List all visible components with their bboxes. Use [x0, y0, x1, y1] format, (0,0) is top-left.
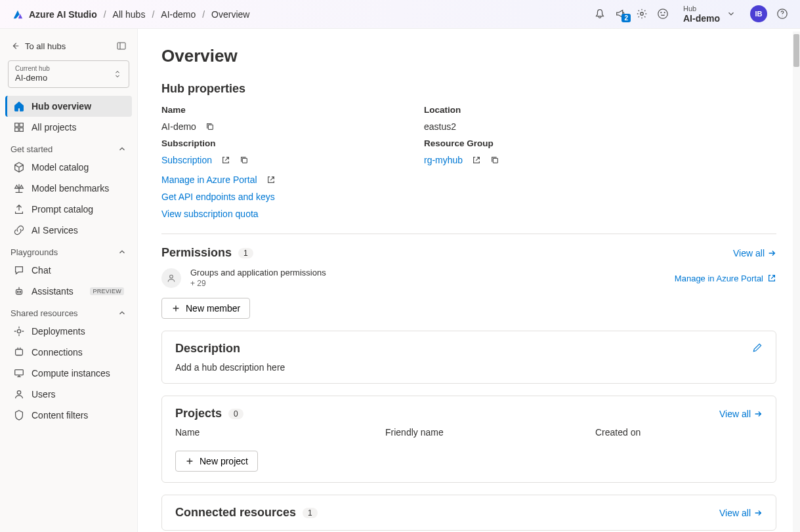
permission-group-title: Groups and application permissions	[190, 268, 326, 279]
svg-rect-18	[242, 158, 247, 163]
new-project-button[interactable]: New project	[175, 451, 258, 472]
hub-selector[interactable]: Current hub AI-demo	[8, 60, 129, 88]
sidebar-item-compute[interactable]: Compute instances	[5, 363, 132, 384]
connected-count: 1	[303, 508, 318, 518]
sidebar-item-content-filters[interactable]: Content filters	[5, 405, 132, 426]
svg-rect-15	[15, 369, 24, 375]
col-name: Name	[175, 427, 359, 438]
sidebar-item-users[interactable]: Users	[5, 384, 132, 405]
connected-view-all[interactable]: View all	[719, 508, 763, 518]
svg-rect-14	[16, 349, 23, 355]
settings-icon[interactable]	[636, 8, 648, 20]
projects-view-all[interactable]: View all	[719, 409, 763, 419]
back-to-hubs[interactable]: To all hubs	[5, 37, 132, 55]
svg-point-3	[664, 12, 665, 13]
projects-card: Projects 0 View all Name Friendly name C…	[161, 396, 776, 483]
edit-icon[interactable]	[752, 342, 763, 355]
home-icon	[13, 100, 25, 112]
plus-icon	[171, 304, 180, 313]
robot-icon	[13, 285, 25, 297]
sidebar-item-hub-overview[interactable]: Hub overview	[5, 96, 132, 117]
sidebar-item-assistants[interactable]: AssistantsPREVIEW	[5, 281, 132, 302]
sidebar-item-all-projects[interactable]: All projects	[5, 117, 132, 138]
manage-portal-link[interactable]: Manage in Azure Portal	[161, 174, 257, 185]
arrow-right-icon	[753, 409, 763, 419]
sidebar-item-model-catalog[interactable]: Model catalog	[5, 157, 132, 178]
feedback-icon[interactable]	[657, 8, 669, 20]
sidebar-item-model-benchmarks[interactable]: Model benchmarks	[5, 178, 132, 199]
svg-rect-6	[15, 123, 18, 126]
subscription-label: Subscription	[161, 138, 358, 148]
help-icon[interactable]	[776, 8, 788, 20]
external-link-icon[interactable]	[221, 155, 230, 165]
api-endpoints-link[interactable]: Get API endpoints and keys	[161, 192, 275, 202]
svg-rect-7	[20, 123, 23, 126]
sidebar-group-get-started[interactable]: Get started	[5, 138, 132, 157]
sidebar-item-deployments[interactable]: Deployments	[5, 321, 132, 342]
location-value: eastus2	[424, 121, 456, 132]
sidebar-item-prompt-catalog[interactable]: Prompt catalog	[5, 199, 132, 220]
copy-icon[interactable]	[205, 122, 215, 131]
svg-point-12	[20, 291, 21, 293]
svg-point-16	[17, 390, 20, 394]
cube-icon	[13, 161, 25, 173]
breadcrumb-page[interactable]: Overview	[211, 9, 249, 20]
top-bar: Azure AI Studio / All hubs / AI-demo / O…	[0, 0, 800, 29]
external-link-icon[interactable]	[266, 175, 276, 184]
projects-count: 0	[228, 409, 243, 419]
permissions-view-all[interactable]: View all	[733, 248, 776, 258]
permissions-manage-link[interactable]: Manage in Azure Portal	[675, 274, 776, 283]
svg-rect-5	[117, 43, 125, 49]
copy-icon[interactable]	[490, 155, 499, 165]
sidebar: To all hubs Current hub AI-demo Hub over…	[0, 29, 138, 532]
col-friendly-name: Friendly name	[385, 427, 569, 438]
resource-group-label: Resource Group	[424, 138, 621, 148]
chevron-up-icon	[117, 144, 127, 153]
link-icon	[13, 224, 25, 236]
plug-icon	[13, 346, 25, 358]
svg-point-13	[17, 329, 20, 333]
shield-icon	[13, 409, 25, 421]
copy-icon[interactable]	[240, 155, 249, 165]
location-label: Location	[424, 105, 621, 115]
sidebar-item-ai-services[interactable]: AI Services	[5, 220, 132, 241]
sidebar-group-shared-resources[interactable]: Shared resources	[5, 302, 132, 321]
chevron-down-icon	[726, 9, 736, 18]
external-link-icon[interactable]	[472, 155, 481, 165]
azure-logo-icon	[12, 9, 24, 20]
user-icon	[13, 388, 25, 400]
hub-picker[interactable]: Hub AI-demo	[678, 2, 741, 27]
hub-picker-value: AI-demo	[683, 13, 720, 24]
svg-rect-9	[20, 127, 23, 131]
col-created-on: Created on	[595, 427, 641, 438]
hub-picker-label: Hub	[683, 5, 720, 13]
svg-rect-17	[208, 125, 213, 129]
resource-group-link[interactable]: rg-myhub	[424, 155, 463, 165]
svg-point-1	[658, 9, 667, 18]
sidebar-item-chat[interactable]: Chat	[5, 260, 132, 281]
scrollbar[interactable]	[793, 31, 800, 532]
subscription-link[interactable]: Subscription	[161, 155, 212, 165]
collapse-icon[interactable]	[116, 41, 127, 51]
subscription-quota-link[interactable]: View subscription quota	[161, 209, 259, 219]
permission-group-sub: + 29	[190, 279, 326, 289]
permissions-count: 1	[238, 248, 253, 258]
breadcrumb-all-hubs[interactable]: All hubs	[113, 9, 146, 20]
page-title: Overview	[161, 46, 776, 66]
svg-point-0	[641, 12, 644, 16]
new-member-button[interactable]: New member	[161, 298, 250, 319]
brand-name[interactable]: Azure AI Studio	[29, 9, 97, 20]
upload-icon	[13, 203, 25, 215]
announcements-badge: 2	[621, 14, 631, 22]
announcements-icon[interactable]: 2	[615, 8, 627, 20]
svg-point-20	[170, 275, 173, 278]
user-avatar[interactable]: IB	[750, 5, 767, 22]
external-link-icon	[767, 274, 776, 283]
sidebar-item-connections[interactable]: Connections	[5, 342, 132, 363]
sidebar-group-playgrounds[interactable]: Playgrounds	[5, 241, 132, 260]
notifications-icon[interactable]	[594, 8, 606, 20]
breadcrumb-hub[interactable]: AI-demo	[161, 9, 196, 20]
preview-badge: PREVIEW	[90, 287, 124, 295]
name-label: Name	[161, 105, 358, 115]
scrollbar-thumb[interactable]	[793, 34, 799, 67]
